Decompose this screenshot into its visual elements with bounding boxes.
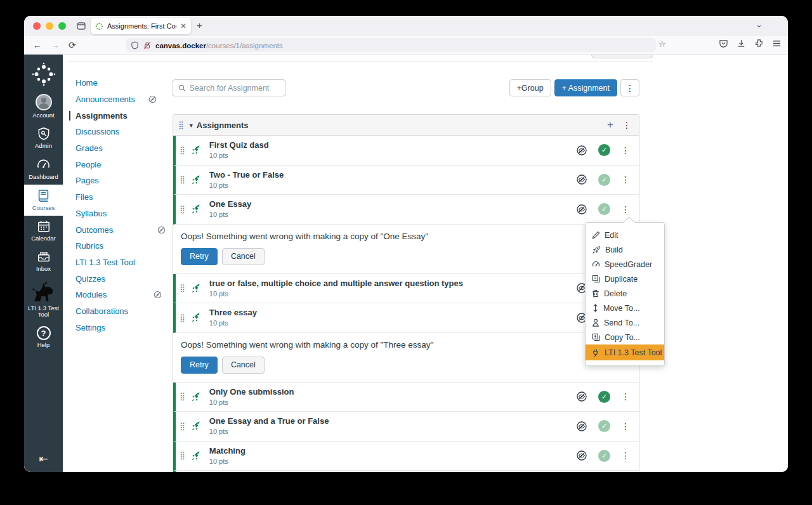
course-nav-people[interactable]: People xyxy=(75,156,171,173)
firefox-view-icon[interactable] xyxy=(75,20,88,32)
sidebar-item-inbox[interactable]: Inbox xyxy=(24,246,63,277)
menu-item-duplicate[interactable]: Duplicate xyxy=(586,272,664,286)
tab-close-icon[interactable]: ✕ xyxy=(180,22,187,30)
drag-handle-icon[interactable]: ⣿ xyxy=(178,121,183,129)
browser-tab[interactable]: Assignments: First Course ✕ xyxy=(91,18,191,34)
menu-item-speedgrader[interactable]: SpeedGrader xyxy=(586,257,664,272)
retry-button[interactable]: Retry xyxy=(181,248,218,265)
assignment-kebab-icon[interactable]: ⋮ xyxy=(621,450,630,461)
sidebar-item-calendar[interactable]: Calendar xyxy=(24,216,63,246)
sidebar-item-lti-test-tool[interactable]: LTI 1.3 Test Tool xyxy=(24,277,63,322)
sidebar-item-admin[interactable]: Admin xyxy=(24,123,63,154)
assignment-row[interactable]: ⣿ One Essay and a True or False10 pts ✓ … xyxy=(173,412,639,442)
extensions-icon[interactable] xyxy=(754,39,764,48)
assignment-kebab-icon[interactable]: ⋮ xyxy=(621,174,630,185)
assignment-title[interactable]: Matching xyxy=(209,447,246,456)
assignment-row[interactable]: ⣿ One Formula10 pts ✓ ⋮ xyxy=(173,471,639,472)
course-nav-quizzes[interactable]: Quizzes xyxy=(75,270,171,287)
course-nav-collaborations[interactable]: Collaborations xyxy=(75,303,171,320)
assignment-title[interactable]: Two - True or False xyxy=(209,171,284,180)
minimize-window-button[interactable] xyxy=(46,22,53,30)
assignment-title[interactable]: Three essay xyxy=(209,308,257,317)
drag-handle-icon[interactable]: ⣿ xyxy=(180,451,185,460)
assignment-row[interactable]: ⣿ true or false, multiple choice and mul… xyxy=(173,274,639,304)
new-tab-button[interactable]: + xyxy=(197,20,202,30)
sidebar-item-courses[interactable]: Courses xyxy=(24,185,63,216)
published-check-icon[interactable]: ✓ xyxy=(598,144,610,156)
drag-handle-icon[interactable]: ⣿ xyxy=(180,313,185,322)
sidebar-item-help[interactable]: ? Help xyxy=(24,322,63,353)
insecure-lock-icon[interactable] xyxy=(143,41,151,49)
menu-item-build[interactable]: Build xyxy=(586,242,664,257)
drag-handle-icon[interactable]: ⣿ xyxy=(180,392,185,401)
canvas-logo-icon[interactable] xyxy=(32,62,56,86)
close-window-button[interactable] xyxy=(33,22,41,30)
shield-icon[interactable] xyxy=(131,41,139,49)
menu-item-move-to[interactable]: Move To... xyxy=(586,301,664,315)
published-check-icon[interactable]: ✓ xyxy=(598,174,610,186)
course-nav-syllabus[interactable]: Syllabus xyxy=(75,206,171,222)
assignment-row[interactable]: ⣿ Matching10 pts ✓ ⋮ xyxy=(173,442,639,471)
published-check-icon[interactable]: ✓ xyxy=(598,391,610,403)
course-nav-files[interactable]: Files xyxy=(75,189,171,206)
refresh-button[interactable]: ⟳ xyxy=(69,40,76,50)
retry-button[interactable]: Retry xyxy=(181,357,218,374)
eye-crossed-icon[interactable] xyxy=(576,204,587,215)
menu-item-edit[interactable]: Edit xyxy=(586,228,664,242)
drag-handle-icon[interactable]: ⣿ xyxy=(180,284,185,292)
assignment-title[interactable]: One Essay xyxy=(209,200,252,209)
assignment-title[interactable]: First Quiz dasd xyxy=(209,141,269,150)
course-nav-pages[interactable]: Pages xyxy=(75,173,171,189)
eye-crossed-icon[interactable] xyxy=(576,450,587,461)
drag-handle-icon[interactable]: ⣿ xyxy=(180,205,185,214)
published-check-icon[interactable]: ✓ xyxy=(598,420,610,432)
eye-crossed-icon[interactable] xyxy=(576,391,587,402)
published-check-icon[interactable]: ✓ xyxy=(598,203,610,215)
assignment-kebab-icon[interactable]: ⋮ xyxy=(621,391,630,402)
sidebar-item-dashboard[interactable]: Dashboard xyxy=(24,154,63,185)
search-input[interactable] xyxy=(190,84,280,93)
app-menu-icon[interactable] xyxy=(772,39,782,48)
course-nav-announcements[interactable]: Announcements xyxy=(75,91,171,108)
assignment-kebab-icon[interactable]: ⋮ xyxy=(621,421,630,431)
course-nav-rubrics[interactable]: Rubrics xyxy=(75,238,171,254)
course-nav-home[interactable]: Home xyxy=(75,75,171,91)
course-nav-lti-test-tool[interactable]: LTI 1.3 Test Tool xyxy=(75,254,171,271)
collapse-group-caret-icon[interactable]: ▾ xyxy=(190,122,193,129)
list-tabs-chevron-icon[interactable]: ⌄ xyxy=(756,20,763,29)
menu-item-lti-test-tool[interactable]: LTI 1.3 Test Tool xyxy=(586,344,664,360)
collapse-global-nav-icon[interactable]: ⇤ xyxy=(24,452,63,466)
pocket-icon[interactable] xyxy=(719,39,728,48)
url-bar[interactable]: canvas.docker/courses/1/assignments xyxy=(126,38,656,52)
assignment-row[interactable]: ⣿ One Essay10 pts ✓ ⋮ xyxy=(173,195,639,225)
drag-handle-icon[interactable]: ⣿ xyxy=(180,422,185,431)
assignment-kebab-icon[interactable]: ⋮ xyxy=(621,145,630,155)
cancel-button[interactable]: Cancel xyxy=(222,357,265,374)
cancel-button[interactable]: Cancel xyxy=(222,248,265,265)
sidebar-item-account[interactable]: Account xyxy=(24,90,63,123)
assignment-kebab-icon[interactable]: ⋮ xyxy=(621,204,630,214)
assignment-title[interactable]: Only One submission xyxy=(209,388,294,397)
eye-crossed-icon[interactable] xyxy=(576,145,587,156)
assignment-title[interactable]: true or false, multiple choice and multi… xyxy=(209,279,463,288)
assignment-row[interactable]: ⣿ Only One submission10 pts ✓ ⋮ xyxy=(173,383,639,412)
assignment-row[interactable]: ⣿ First Quiz dasd10 pts ✓ ⋮ xyxy=(173,136,639,166)
course-nav-grades[interactable]: Grades xyxy=(75,140,171,157)
eye-crossed-icon[interactable] xyxy=(576,421,587,432)
assignment-search[interactable] xyxy=(173,79,285,96)
bookmark-star-icon[interactable]: ☆ xyxy=(658,39,666,49)
add-assignment-button[interactable]: + Assignment xyxy=(554,79,617,96)
drag-handle-icon[interactable]: ⣿ xyxy=(180,175,185,184)
menu-item-send-to[interactable]: Send To... xyxy=(586,315,664,330)
drag-handle-icon[interactable]: ⣿ xyxy=(180,146,185,155)
group-kebab-icon[interactable]: ⋮ xyxy=(622,120,631,130)
back-button[interactable]: ← xyxy=(33,40,42,50)
assignment-title[interactable]: One Essay and a True or False xyxy=(209,417,329,426)
assignment-row[interactable]: ⣿ Three essay10 pts ✓ ⋮ xyxy=(173,303,639,333)
forward-button[interactable]: → xyxy=(51,40,60,50)
assignment-row[interactable]: ⣿ Two - True or False10 pts ✓ ⋮ xyxy=(173,166,639,195)
add-assignment-to-group-icon[interactable]: + xyxy=(607,119,613,131)
zoom-window-button[interactable] xyxy=(58,22,66,30)
assignments-options-kebab[interactable]: ⋮ xyxy=(620,79,639,96)
course-nav-discussions[interactable]: Discussions xyxy=(75,124,171,140)
